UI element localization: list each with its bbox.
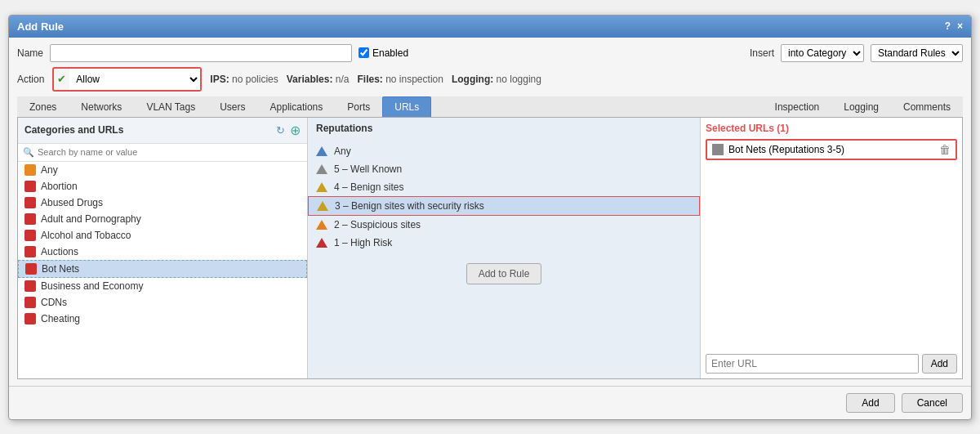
add-category-icon[interactable]: ⊕ (290, 123, 301, 138)
close-button[interactable]: × (957, 20, 963, 32)
rep-item-2[interactable]: 2 – Suspicious sites (308, 216, 700, 234)
search-icon: 🔍 (23, 147, 34, 158)
ips-label: IPS: (210, 74, 229, 85)
list-item[interactable]: Business and Economy (18, 278, 307, 294)
rep-item-any[interactable]: Any (308, 142, 700, 160)
tab-users[interactable]: Users (207, 96, 257, 117)
category-name: Bot Nets (42, 263, 79, 275)
search-input[interactable] (38, 147, 302, 157)
add-to-rule-button[interactable]: Add to Rule (466, 263, 542, 284)
rep-arrow-5-icon (316, 164, 327, 174)
ips-info: IPS: no policies (210, 74, 278, 85)
list-item[interactable]: Adult and Pornography (18, 211, 307, 227)
action-select[interactable]: Allow Block Monitor (69, 69, 200, 90)
name-input[interactable] (50, 44, 352, 62)
add-rule-dialog: Add Rule ? × Name Enabled Insert into Ca… (8, 15, 972, 420)
name-label: Name (17, 47, 43, 59)
rep-list: Any 5 – Well Known 4 – Benign sites 3 – … (308, 139, 700, 255)
enabled-checkbox-label[interactable]: Enabled (359, 47, 408, 59)
delete-selected-icon[interactable]: 🗑 (939, 143, 951, 156)
list-item[interactable]: CDNs (18, 294, 307, 311)
tab-vlan-tags[interactable]: VLAN Tags (134, 96, 207, 117)
category-color-icon (24, 164, 36, 176)
tab-urls[interactable]: URLs (382, 96, 431, 117)
rep-item-label: 3 – Benign sites with security risks (335, 200, 484, 212)
enabled-label: Enabled (372, 47, 408, 59)
rep-arrow-any-icon (316, 146, 327, 156)
rep-item-label: 1 – High Risk (334, 237, 392, 248)
list-item[interactable]: Auctions (18, 244, 307, 260)
ips-value: no policies (232, 74, 278, 85)
tab-logging[interactable]: Logging (831, 96, 891, 117)
rep-item-label: 2 – Suspicious sites (334, 219, 421, 230)
enter-url-row: Add (706, 349, 957, 374)
tab-zones[interactable]: Zones (17, 96, 69, 117)
logging-info: Logging: no logging (452, 74, 541, 85)
category-color-icon (24, 246, 36, 257)
category-list: Any Abortion Abused Drugs Adult and Porn… (18, 162, 307, 378)
help-button[interactable]: ? (945, 20, 951, 32)
insert-label: Insert (750, 47, 774, 59)
tabs-bar: Zones Networks VLAN Tags Users Applicati… (17, 96, 963, 118)
action-select-wrapper: ✔ Allow Block Monitor (52, 67, 202, 92)
variables-info: Variables: n/a (287, 74, 350, 85)
content-area: Categories and URLs ↻ ⊕ 🔍 Any (17, 118, 963, 379)
name-row: Name Enabled Insert into Category at Top… (17, 44, 963, 62)
add-url-button[interactable]: Add (922, 354, 957, 374)
insert-select[interactable]: into Category at Top at Bottom (781, 44, 864, 62)
enabled-checkbox[interactable] (359, 47, 369, 58)
list-item-bot-nets[interactable]: Bot Nets (18, 260, 307, 278)
action-label: Action (17, 74, 44, 85)
category-color-icon (24, 313, 36, 324)
middle-panel: Reputations Any 5 – Well Known 4 – Benig… (308, 118, 701, 378)
category-color-icon (24, 213, 36, 225)
right-panel: Selected URLs (1) Bot Nets (Reputations … (701, 118, 962, 378)
rep-arrow-1-icon (316, 238, 327, 248)
rep-item-4[interactable]: 4 – Benign sites (308, 178, 700, 196)
category-name: Cheating (41, 313, 80, 324)
category-color-icon (24, 280, 36, 292)
category-name: Any (41, 164, 58, 176)
files-label: Files: (357, 74, 382, 85)
enter-url-input[interactable] (706, 354, 919, 374)
selected-item-label: Bot Nets (Reputations 3-5) (728, 144, 844, 155)
categories-title: Categories and URLs (24, 124, 123, 136)
category-name: Alcohol and Tobacco (41, 230, 131, 241)
files-info: Files: no inspection (357, 74, 443, 85)
rep-item-3[interactable]: 3 – Benign sites with security risks (308, 196, 700, 216)
tab-inspection[interactable]: Inspection (763, 96, 832, 117)
action-checkmark: ✔ (54, 73, 69, 85)
rep-item-1[interactable]: 1 – High Risk (308, 234, 700, 252)
rep-item-label: 5 – Well Known (334, 163, 402, 175)
category-select[interactable]: Standard Rules Custom Rules (871, 44, 963, 62)
category-name: Auctions (41, 246, 78, 257)
category-color-icon (24, 297, 36, 308)
tab-applications[interactable]: Applications (258, 96, 336, 117)
category-name: Abortion (41, 181, 78, 192)
category-name: Business and Economy (41, 280, 143, 292)
list-item[interactable]: Alcohol and Tobacco (18, 227, 307, 244)
refresh-icon[interactable]: ↻ (276, 124, 285, 136)
list-item[interactable]: Abused Drugs (18, 195, 307, 211)
add-button[interactable]: Add (846, 393, 894, 413)
tab-networks[interactable]: Networks (69, 96, 134, 117)
dialog-footer: Add Cancel (9, 386, 971, 419)
category-color-icon (24, 197, 36, 208)
cancel-button[interactable]: Cancel (902, 393, 963, 413)
logging-label: Logging: (452, 74, 493, 85)
selected-url-item: Bot Nets (Reputations 3-5) 🗑 (706, 139, 957, 160)
logging-value: no logging (497, 74, 541, 85)
tab-ports[interactable]: Ports (335, 96, 382, 117)
list-item[interactable]: Abortion (18, 178, 307, 195)
dialog-body: Name Enabled Insert into Category at Top… (9, 38, 971, 386)
list-item[interactable]: Any (18, 162, 307, 178)
category-color-icon (24, 181, 36, 192)
selected-urls-title: Selected URLs (1) (706, 123, 957, 134)
category-name: Adult and Pornography (41, 213, 141, 225)
dialog-title: Add Rule (17, 20, 64, 33)
rep-item-5[interactable]: 5 – Well Known (308, 160, 700, 178)
list-item[interactable]: Cheating (18, 311, 307, 327)
action-row: Action ✔ Allow Block Monitor IPS: no pol… (17, 67, 963, 92)
variables-label: Variables: (287, 74, 333, 85)
tab-comments[interactable]: Comments (891, 96, 963, 117)
